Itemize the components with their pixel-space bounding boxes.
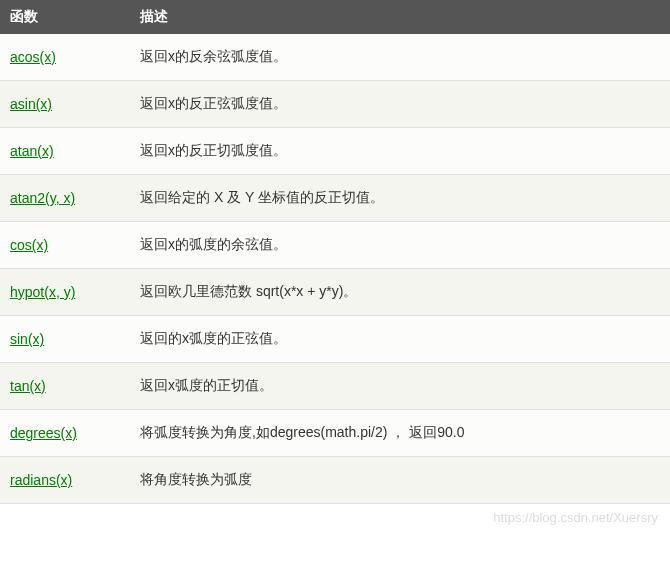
func-link-atan[interactable]: atan(x) [10, 143, 54, 159]
table-row: degrees(x) 将弧度转换为角度,如degrees(math.pi/2) … [0, 410, 670, 457]
func-link-atan2[interactable]: atan2(y, x) [10, 190, 75, 206]
func-link-sin[interactable]: sin(x) [10, 331, 44, 347]
func-link-cos[interactable]: cos(x) [10, 237, 48, 253]
table-row: cos(x) 返回x的弧度的余弦值。 [0, 222, 670, 269]
table-row: atan2(y, x) 返回给定的 X 及 Y 坐标值的反正切值。 [0, 175, 670, 222]
watermark-text: https://blog.csdn.net/Xuersry [0, 504, 670, 527]
func-link-acos[interactable]: acos(x) [10, 49, 56, 65]
func-desc: 将角度转换为弧度 [130, 457, 670, 504]
table-row: radians(x) 将角度转换为弧度 [0, 457, 670, 504]
header-description: 描述 [130, 0, 670, 34]
table-row: atan(x) 返回x的反正切弧度值。 [0, 128, 670, 175]
func-link-tan[interactable]: tan(x) [10, 378, 46, 394]
func-link-hypot[interactable]: hypot(x, y) [10, 284, 75, 300]
func-link-asin[interactable]: asin(x) [10, 96, 52, 112]
func-desc: 返回x的反正切弧度值。 [130, 128, 670, 175]
func-desc: 返回的x弧度的正弦值。 [130, 316, 670, 363]
func-desc: 将弧度转换为角度,如degrees(math.pi/2) ， 返回90.0 [130, 410, 670, 457]
func-desc: 返回欧几里德范数 sqrt(x*x + y*y)。 [130, 269, 670, 316]
table-row: hypot(x, y) 返回欧几里德范数 sqrt(x*x + y*y)。 [0, 269, 670, 316]
func-link-radians[interactable]: radians(x) [10, 472, 72, 488]
func-desc: 返回给定的 X 及 Y 坐标值的反正切值。 [130, 175, 670, 222]
func-desc: 返回x的弧度的余弦值。 [130, 222, 670, 269]
func-desc: 返回x的反余弦弧度值。 [130, 34, 670, 81]
func-desc: 返回x弧度的正切值。 [130, 363, 670, 410]
functions-table: 函数 描述 acos(x) 返回x的反余弦弧度值。 asin(x) 返回x的反正… [0, 0, 670, 504]
func-desc: 返回x的反正弦弧度值。 [130, 81, 670, 128]
func-link-degrees[interactable]: degrees(x) [10, 425, 77, 441]
header-function: 函数 [0, 0, 130, 34]
table-row: tan(x) 返回x弧度的正切值。 [0, 363, 670, 410]
table-row: acos(x) 返回x的反余弦弧度值。 [0, 34, 670, 81]
table-row: sin(x) 返回的x弧度的正弦值。 [0, 316, 670, 363]
table-header-row: 函数 描述 [0, 0, 670, 34]
table-row: asin(x) 返回x的反正弦弧度值。 [0, 81, 670, 128]
